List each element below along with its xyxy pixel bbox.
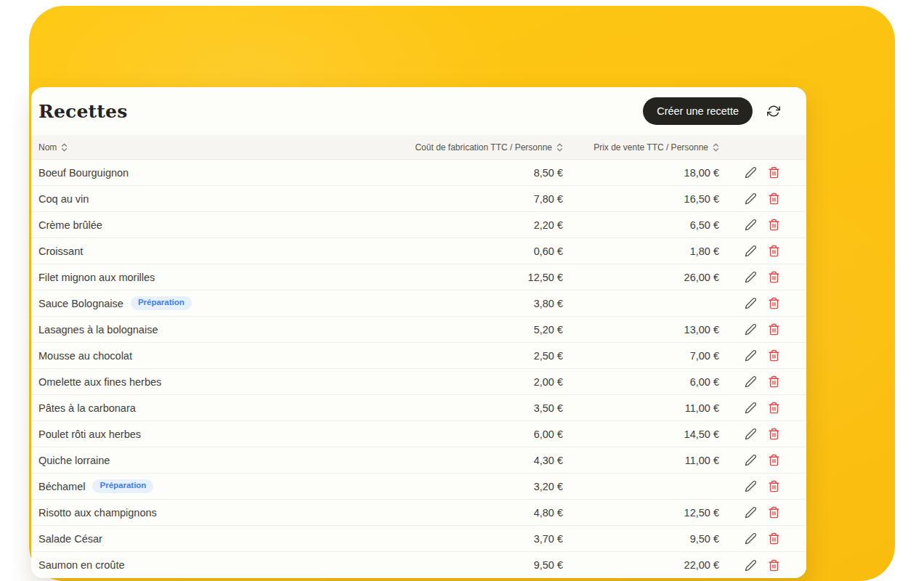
trash-icon: [768, 559, 780, 572]
edit-button[interactable]: [744, 166, 757, 179]
recipe-name-cell: Risotto aux champignons: [31, 507, 345, 519]
trash-icon: [768, 323, 780, 336]
pencil-icon: [745, 428, 757, 440]
price-value: 12,50 €: [563, 507, 719, 519]
table-row: Pâtes à la carbonara 3,50 € 11,00 €: [31, 395, 806, 421]
delete-button[interactable]: [767, 245, 780, 258]
create-recipe-button[interactable]: Créer une recette: [643, 97, 753, 126]
column-header-nom[interactable]: Nom: [31, 142, 345, 153]
delete-button[interactable]: [767, 506, 780, 519]
price-value: 6,00 €: [563, 376, 719, 388]
edit-button[interactable]: [744, 245, 757, 258]
price-value: 1,80 €: [563, 245, 719, 257]
pencil-icon: [745, 349, 757, 362]
delete-button[interactable]: [767, 375, 780, 389]
pencil-icon: [745, 192, 757, 205]
recipe-name-cell: Filet mignon aux morilles: [31, 272, 345, 283]
pencil-icon: [745, 219, 757, 231]
pencil-icon: [745, 454, 757, 466]
delete-button[interactable]: [767, 349, 780, 362]
column-header-label: Coût de fabrication TTC / Personne: [415, 142, 552, 153]
pencil-icon: [745, 271, 757, 283]
delete-button[interactable]: [767, 558, 780, 572]
cost-value: 3,80 €: [345, 298, 563, 309]
delete-button[interactable]: [767, 480, 780, 493]
table-row: Sauce Bolognaise Préparation 3,80 €: [31, 290, 806, 317]
edit-button[interactable]: [744, 375, 757, 389]
cost-value: 3,50 €: [345, 402, 563, 414]
recipe-name-cell: Quiche lorraine: [31, 455, 345, 466]
delete-button[interactable]: [767, 219, 780, 232]
cost-value: 4,30 €: [345, 455, 563, 466]
row-actions: [719, 532, 806, 545]
table-row: Saumon en croûte 9,50 € 22,00 €: [31, 552, 806, 578]
trash-icon: [768, 454, 780, 466]
pencil-icon: [745, 323, 757, 336]
cost-value: 7,80 €: [345, 193, 563, 205]
trash-icon: [768, 375, 780, 388]
row-actions: [719, 245, 806, 258]
delete-button[interactable]: [767, 297, 780, 310]
trash-icon: [768, 428, 780, 440]
cost-value: 2,20 €: [345, 219, 563, 231]
recipe-name-cell: Salade César: [31, 533, 345, 545]
row-actions: [719, 349, 806, 362]
recipe-name-cell: Croissant: [31, 245, 345, 257]
delete-button[interactable]: [767, 532, 780, 545]
table-header-row: Nom Coût de fabrication TTC / Personne P…: [31, 135, 806, 160]
recipe-name-cell: Lasagnes à la bolognaise: [31, 324, 345, 336]
trash-icon: [768, 297, 780, 309]
column-header-cout-fabrication[interactable]: Coût de fabrication TTC / Personne: [345, 142, 563, 153]
trash-icon: [768, 532, 780, 545]
row-actions: [719, 454, 806, 467]
trash-icon: [768, 219, 780, 231]
edit-button[interactable]: [744, 219, 757, 232]
table-row: Boeuf Bourguignon 8,50 € 18,00 €: [31, 160, 806, 186]
edit-button[interactable]: [744, 402, 757, 415]
recipe-name-cell: Béchamel Préparation: [31, 479, 345, 493]
cost-value: 12,50 €: [345, 272, 563, 283]
cost-value: 3,20 €: [345, 481, 563, 492]
row-actions: [719, 271, 806, 284]
pencil-icon: [745, 559, 757, 572]
delete-button[interactable]: [767, 271, 780, 284]
delete-button[interactable]: [767, 402, 780, 415]
delete-button[interactable]: [767, 454, 780, 467]
recipe-name: Filet mignon aux morilles: [38, 272, 155, 283]
recipe-name-cell: Pâtes à la carbonara: [31, 402, 345, 414]
edit-button[interactable]: [744, 454, 757, 467]
edit-button[interactable]: [744, 192, 757, 206]
edit-button[interactable]: [744, 323, 757, 336]
column-header-prix-vente[interactable]: Prix de vente TTC / Personne: [563, 142, 719, 153]
refresh-button[interactable]: [764, 102, 783, 121]
edit-button[interactable]: [744, 532, 757, 545]
delete-button[interactable]: [767, 192, 780, 206]
cost-value: 9,50 €: [345, 559, 563, 571]
recipe-name: Salade César: [38, 533, 102, 545]
price-value: 18,00 €: [563, 167, 719, 179]
edit-button[interactable]: [744, 297, 757, 310]
edit-button[interactable]: [744, 349, 757, 362]
sort-arrows-icon: [713, 142, 719, 153]
price-value: 16,50 €: [563, 193, 719, 205]
sort-arrows-icon: [556, 142, 563, 153]
row-actions: [719, 375, 806, 389]
table-body: Boeuf Bourguignon 8,50 € 18,00 €: [31, 160, 806, 578]
edit-button[interactable]: [744, 480, 757, 493]
delete-button[interactable]: [767, 428, 780, 441]
cost-value: 8,50 €: [345, 167, 563, 179]
edit-button[interactable]: [744, 271, 757, 284]
edit-button[interactable]: [744, 506, 757, 519]
price-value: 14,50 €: [563, 428, 719, 440]
delete-button[interactable]: [767, 323, 780, 336]
price-value: 13,00 €: [563, 324, 719, 336]
delete-button[interactable]: [767, 166, 780, 179]
table-row: Coq au vin 7,80 € 16,50 €: [31, 186, 806, 212]
sort-arrows-icon: [61, 142, 68, 153]
row-actions: [719, 558, 806, 572]
recipe-name: Omelette aux fines herbes: [38, 376, 161, 388]
pencil-icon: [745, 506, 757, 519]
edit-button[interactable]: [744, 558, 757, 572]
edit-button[interactable]: [744, 428, 757, 441]
cost-value: 6,00 €: [345, 428, 563, 440]
